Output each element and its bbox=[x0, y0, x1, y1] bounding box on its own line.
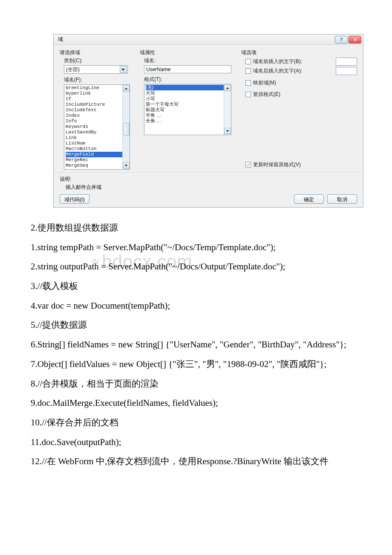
format-item[interactable]: 全角 … bbox=[146, 118, 231, 124]
list-scrollbar[interactable] bbox=[122, 85, 130, 169]
category-label: 类别(C): bbox=[64, 57, 132, 64]
scroll-thumb[interactable] bbox=[123, 123, 130, 136]
cancel-button[interactable]: 取消 bbox=[327, 194, 357, 204]
opt-preserve-check[interactable]: ✓ 更新时保留原格式(V) bbox=[245, 161, 357, 168]
code-line: 1.string tempPath = Server.MapPath("~/Do… bbox=[13, 240, 379, 255]
field-item[interactable]: LastSavedBy bbox=[66, 130, 130, 135]
format-label: 格式(T): bbox=[144, 76, 233, 83]
opt-after-label: 域名后插入的文字(A): bbox=[253, 67, 302, 75]
titlebar: 域 ? ✕ bbox=[54, 35, 363, 45]
code-line: 10.//保存合并后的文档 bbox=[13, 415, 379, 431]
field-item[interactable]: MergeRec bbox=[66, 157, 130, 163]
format-item[interactable]: 标题大写 bbox=[146, 107, 231, 113]
opt-after-check[interactable]: 域名后插入的文字(A): bbox=[245, 67, 357, 75]
code-line: 11.doc.Save(outputPath); bbox=[13, 435, 379, 450]
article-body: wbdocx.com 2.使用数组提供数据源 1.string tempPath… bbox=[0, 208, 392, 495]
help-button[interactable]: ? bbox=[335, 36, 348, 43]
opt-before-input[interactable] bbox=[336, 58, 357, 66]
fieldname-listbox[interactable]: GreetingLine Hyperlink If IncludePicture… bbox=[64, 84, 130, 170]
format-listbox[interactable]: (无) 大写 小写 第一个字母大写 标题大写 半角 … 全角 … bbox=[144, 84, 231, 135]
description-label: 说明: bbox=[60, 176, 357, 183]
code-line: 6.String[] fieldNames = new String[] {"U… bbox=[13, 337, 379, 353]
field-item[interactable]: Info bbox=[66, 119, 130, 124]
opt-after-input[interactable] bbox=[336, 67, 357, 75]
close-button[interactable]: ✕ bbox=[349, 36, 361, 43]
field-props-label: 域属性 bbox=[140, 49, 233, 56]
code-line: 12.//在 WebForm 中,保存文档到流中，使用Response.?Bin… bbox=[13, 454, 379, 469]
article-line: 2.使用数组提供数据源 bbox=[13, 220, 379, 236]
format-item[interactable]: 半角 … bbox=[146, 113, 231, 118]
field-item[interactable]: Index bbox=[66, 113, 130, 119]
field-item[interactable]: Link bbox=[66, 135, 130, 141]
category-dropdown[interactable]: (全部) bbox=[64, 65, 128, 74]
field-dialog: 域 ? ✕ 请选择域 类别(C): (全部) 域名(F): GreetingLi… bbox=[53, 34, 363, 208]
format-scrollbar[interactable] bbox=[224, 84, 231, 135]
opt-vertical-check[interactable]: 竖排格式(E) bbox=[245, 91, 357, 98]
field-item[interactable]: ListNum bbox=[66, 141, 130, 146]
code-line: 5.//提供数据源 bbox=[13, 318, 379, 333]
chevron-down-icon bbox=[120, 66, 127, 73]
field-item[interactable]: IncludePicture bbox=[66, 102, 130, 107]
category-value: (全部) bbox=[66, 66, 80, 73]
field-item[interactable]: MacroButton bbox=[66, 146, 130, 152]
opt-map-label: 映射域(M) bbox=[253, 79, 276, 87]
fieldcode-button[interactable]: 域代码(I) bbox=[60, 194, 89, 204]
field-options-label: 域选项 bbox=[241, 49, 357, 56]
fieldname2-label: 域名: bbox=[144, 57, 233, 64]
description-value: 插入邮件合并域 bbox=[66, 184, 357, 191]
fieldname-list-label: 域名(F): bbox=[64, 76, 132, 84]
opt-vertical-label: 竖排格式(E) bbox=[253, 91, 280, 98]
opt-before-label: 域名前插入的文字(B): bbox=[253, 58, 302, 65]
scroll-down-icon[interactable] bbox=[224, 128, 231, 134]
format-item[interactable]: 小写 bbox=[146, 96, 231, 101]
opt-map-check[interactable]: 映射域(M) bbox=[245, 79, 357, 87]
field-item[interactable]: IncludeText bbox=[66, 107, 130, 113]
format-item[interactable]: 大写 bbox=[146, 90, 231, 96]
format-item-selected[interactable]: (无) bbox=[146, 85, 231, 90]
field-item[interactable]: Keywords bbox=[66, 124, 130, 130]
scroll-up-icon[interactable] bbox=[123, 85, 130, 92]
code-line: 9.doc.MailMerge.Execute(fieldNames, fiel… bbox=[13, 396, 379, 411]
field-item-selected[interactable]: MergeField bbox=[66, 152, 130, 157]
ok-button[interactable]: 确定 bbox=[294, 194, 324, 204]
code-line: 3.//载入模板 bbox=[13, 279, 379, 294]
code-line: 7.Object[] fieldValues = new Object[] {"… bbox=[13, 357, 379, 372]
opt-before-check[interactable]: 域名前插入的文字(B): bbox=[245, 58, 357, 66]
field-item[interactable]: GreetingLine bbox=[66, 85, 130, 91]
field-item[interactable]: Hyperlink bbox=[66, 91, 130, 96]
field-item[interactable]: If bbox=[66, 96, 130, 102]
scroll-up-icon[interactable] bbox=[224, 85, 231, 91]
field-item[interactable]: MergeSeq bbox=[66, 163, 130, 168]
select-field-label: 请选择域 bbox=[60, 49, 132, 56]
check-icon: ✓ bbox=[245, 162, 251, 168]
format-item[interactable]: 第一个字母大写 bbox=[146, 101, 231, 107]
field-item[interactable]: Next bbox=[66, 168, 130, 170]
scroll-down-icon[interactable] bbox=[123, 162, 130, 169]
opt-preserve-label: 更新时保留原格式(V) bbox=[253, 161, 301, 168]
dialog-title: 域 bbox=[58, 36, 335, 43]
fieldname-input[interactable] bbox=[144, 65, 231, 73]
code-line: 8.//合并模版，相当于页面的渲染 bbox=[13, 376, 379, 392]
code-line: 2.string outputPath = Server.MapPath("~/… bbox=[13, 259, 379, 275]
code-line: 4.var doc = new Document(tempPath); bbox=[13, 298, 379, 314]
